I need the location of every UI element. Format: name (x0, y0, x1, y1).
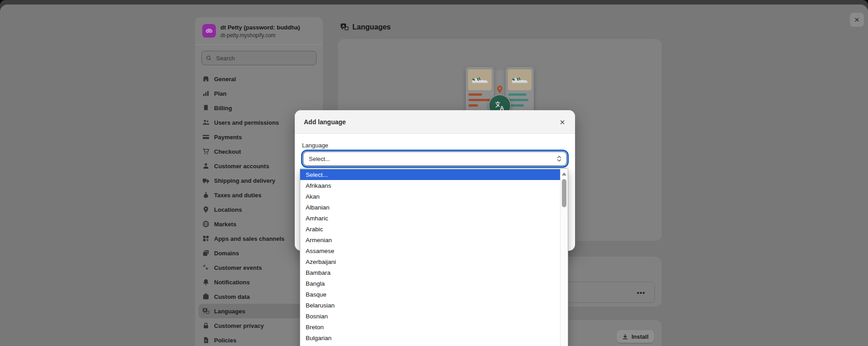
language-option[interactable]: Bangla (300, 278, 560, 289)
policies-icon (202, 336, 210, 344)
more-actions-button[interactable]: ••• (634, 287, 648, 298)
plan-icon (202, 90, 210, 97)
chevron-updown-icon (556, 155, 562, 162)
language-option[interactable]: Assamese (300, 245, 560, 256)
language-option[interactable]: Belarusian (300, 300, 560, 311)
screen: ✕ db dt Petty (password: buddha) dt-pett… (0, 0, 868, 346)
store-domain: dt-petty.myshopify.com (220, 32, 300, 39)
svg-text:A: A (204, 309, 206, 312)
settings-close-button[interactable]: ✕ (850, 13, 864, 27)
language-option[interactable]: Afrikaans (300, 180, 560, 191)
customer-accounts-icon (202, 162, 210, 170)
sidebar-item-plan[interactable]: Plan (199, 86, 319, 101)
taxes-icon (202, 191, 210, 199)
sidebar-item-label: Markets (214, 221, 236, 228)
sneaker-icon (471, 76, 489, 84)
language-option[interactable]: Basque (300, 289, 560, 300)
payments-icon (202, 133, 210, 141)
product-image (508, 69, 532, 90)
sidebar-item-label: Shipping and delivery (214, 177, 275, 184)
sidebar-item-label: Languages (214, 308, 245, 315)
text-line (468, 104, 478, 107)
language-dropdown: Select...AfrikaansAkanAlbanianAmharicAra… (300, 168, 568, 346)
language-option[interactable]: Select... (300, 169, 560, 180)
modal-header: Add language (295, 110, 575, 134)
users-icon (202, 119, 210, 126)
sidebar-item-label: Policies (214, 337, 236, 344)
close-icon: ✕ (560, 118, 566, 127)
shipping-icon (202, 177, 210, 184)
sidebar-item-label: Taxes and duties (214, 192, 262, 199)
language-option[interactable]: Amharic (300, 213, 560, 224)
store-profile: db dt Petty (password: buddha) dt-petty.… (195, 17, 323, 44)
language-option[interactable]: Bosnian (300, 311, 560, 322)
domains-icon (202, 249, 210, 257)
sidebar-item-label: Customer events (214, 264, 262, 271)
download-icon (622, 334, 628, 340)
language-option[interactable]: Akan (300, 191, 560, 202)
sidebar-item-label: Billing (214, 105, 232, 112)
close-icon: ✕ (854, 16, 860, 24)
sidebar-item-label: Customer accounts (214, 163, 269, 170)
sidebar-item-label: Customer privacy (214, 322, 264, 329)
languages-icon: A (202, 307, 210, 315)
sidebar-item-label: Custom data (214, 293, 250, 300)
sidebar-item-label: Locations (214, 206, 242, 213)
scroll-up-icon[interactable] (562, 172, 566, 175)
sidebar-item-label: Notifications (214, 279, 250, 286)
page-title: Languages (352, 23, 390, 31)
sidebar-item-label: Apps and sales channels (214, 235, 284, 242)
sidebar-divider (195, 44, 323, 45)
store-name: dt Petty (password: buddha) (220, 24, 300, 31)
custom-data-icon (202, 293, 210, 300)
text-line (508, 93, 527, 96)
locations-icon (202, 206, 210, 213)
install-label: Install (631, 333, 649, 340)
avatar: db (202, 24, 216, 38)
language-field-label: Language (302, 142, 568, 149)
markets-icon (202, 220, 210, 228)
sidebar-search[interactable] (201, 51, 317, 65)
language-select[interactable]: Select... (303, 151, 567, 166)
sidebar-item-label: Payments (214, 134, 242, 141)
sidebar-item-label: General (214, 76, 236, 83)
text-line (468, 99, 490, 101)
language-option[interactable]: Albanian (300, 202, 560, 213)
language-option[interactable]: Arabic (300, 224, 560, 234)
sidebar-item-general[interactable]: General (199, 72, 319, 86)
search-icon (206, 55, 212, 61)
language-option[interactable]: Burmese (300, 343, 560, 346)
customer-events-icon (202, 264, 210, 271)
select-value: Select... (309, 156, 330, 162)
modal-title: Add language (304, 118, 346, 126)
store-icon (202, 75, 210, 83)
notifications-icon (202, 278, 210, 286)
sidebar-item-label: Domains (214, 250, 239, 257)
translation-illustration: A (466, 67, 534, 113)
page-header: A Languages (340, 23, 390, 31)
install-button[interactable]: Install (617, 330, 654, 343)
svg-text:A: A (342, 24, 345, 28)
text-line (468, 93, 482, 96)
sidebar-item-label: Users and permissions (214, 119, 279, 126)
language-option-list: Select...AfrikaansAkanAlbanianAmharicAra… (300, 169, 560, 346)
language-option[interactable]: Bambara (300, 267, 560, 278)
language-option[interactable]: Bulgarian (300, 332, 560, 343)
modal-body: Language Select... (295, 134, 575, 166)
search-input[interactable] (215, 54, 312, 62)
billing-icon (202, 104, 210, 112)
language-option[interactable]: Azerbaijani (300, 256, 560, 267)
languages-icon: A (340, 23, 349, 31)
product-image (468, 69, 492, 90)
dropdown-scrollbar[interactable] (560, 169, 568, 346)
language-option[interactable]: Breton (300, 322, 560, 332)
language-option[interactable]: Armenian (300, 234, 560, 245)
text-line (508, 99, 528, 101)
scrollbar-thumb[interactable] (562, 179, 566, 207)
sidebar-item-label: Plan (214, 90, 226, 97)
modal-close-button[interactable]: ✕ (556, 116, 569, 129)
sneaker-icon (511, 76, 529, 84)
apps-icon (202, 235, 210, 242)
checkout-icon (202, 148, 210, 155)
sidebar-item-label: Checkout (214, 148, 241, 155)
